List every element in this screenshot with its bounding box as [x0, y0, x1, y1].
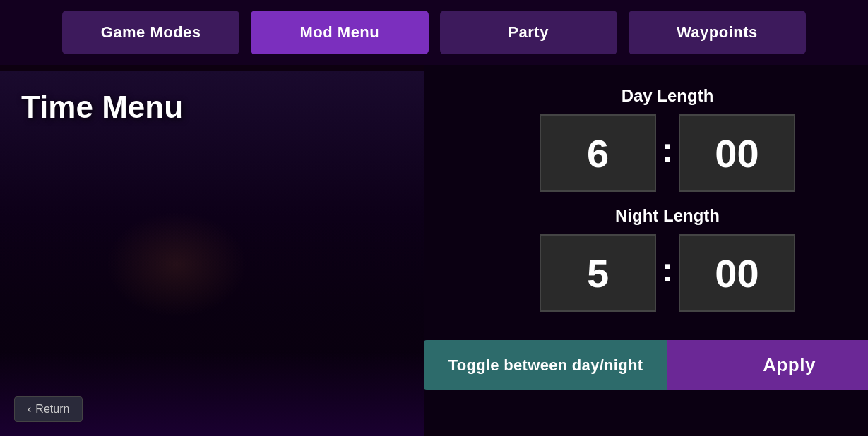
- night-separator: :: [656, 250, 679, 289]
- return-label: Return: [35, 403, 69, 416]
- apply-button[interactable]: Apply: [667, 340, 868, 390]
- night-length-section: Night Length 5 : 00: [424, 206, 868, 312]
- day-length-label: Day Length: [622, 86, 714, 106]
- day-length-section: Day Length 6 : 00: [424, 86, 868, 192]
- tab-game-modes[interactable]: Game Modes: [62, 11, 239, 54]
- left-panel: Time Menu: [0, 65, 424, 430]
- page-title: Time Menu: [21, 90, 183, 125]
- night-minutes-input[interactable]: 00: [679, 234, 795, 312]
- day-minutes-input[interactable]: 00: [679, 114, 795, 192]
- night-hours-input[interactable]: 5: [540, 234, 656, 312]
- right-panel: Day Length 6 : 00 Night Length 5 : 00 To…: [424, 65, 868, 430]
- header-nav: Game Modes Mod Menu Party Waypoints: [0, 0, 868, 65]
- tab-waypoints[interactable]: Waypoints: [629, 11, 806, 54]
- day-hours-input[interactable]: 6: [540, 114, 656, 192]
- return-chevron-icon: ‹: [28, 403, 31, 416]
- main-content: Time Menu Day Length 6 : 00 Night Length…: [0, 65, 868, 430]
- tab-party[interactable]: Party: [440, 11, 617, 54]
- day-separator: :: [656, 131, 679, 169]
- day-length-row: 6 : 00: [540, 114, 795, 192]
- tab-mod-menu[interactable]: Mod Menu: [251, 11, 428, 54]
- toggle-day-night-button[interactable]: Toggle between day/night: [424, 340, 667, 390]
- return-button[interactable]: ‹ Return: [14, 396, 83, 422]
- bottom-controls: Toggle between day/night Apply: [424, 340, 868, 390]
- night-length-label: Night Length: [615, 206, 720, 226]
- night-length-row: 5 : 00: [540, 234, 795, 312]
